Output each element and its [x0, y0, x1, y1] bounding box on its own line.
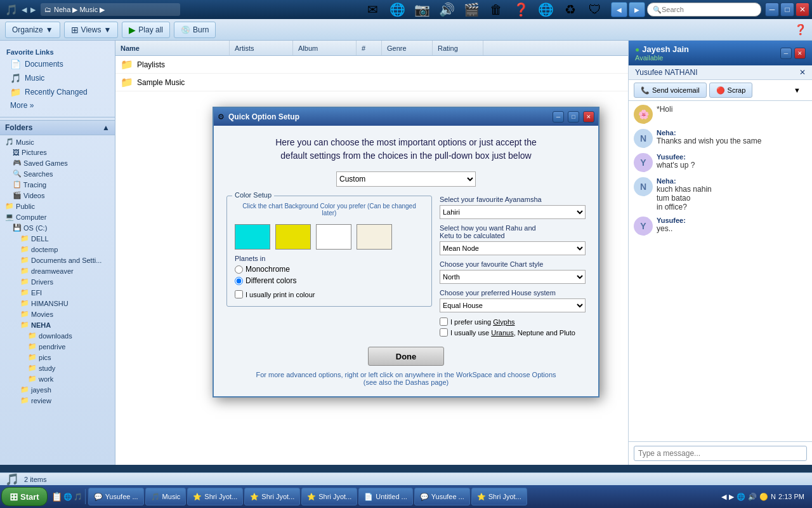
ayanamsha-select[interactable]: Lahiri Raman KP Fagan/Bradley: [440, 205, 586, 219]
systray-nav-right[interactable]: ▶: [729, 493, 734, 501]
house-system-select[interactable]: Equal House Placidus Koch Whole Sign: [440, 298, 586, 312]
taskbar-doc-icon: 📄: [364, 493, 373, 501]
dialog-main-row: Color Setup Click the chart Background C…: [226, 196, 586, 339]
dialog-left: Color Setup Click the chart Background C…: [226, 196, 432, 339]
rahu-ketu-select-row: Mean Node True Node: [440, 241, 586, 255]
shield-icon[interactable]: 🛡: [584, 0, 606, 21]
taskbar-chat-icon2: 💬: [420, 493, 429, 501]
systray-tray-2: N: [771, 493, 776, 500]
dialog-minimize-btn[interactable]: ─: [553, 111, 564, 123]
systray-nav-left[interactable]: ◀: [721, 493, 726, 501]
different-colors-radio[interactable]: [235, 277, 243, 285]
swatch-white[interactable]: [316, 224, 351, 250]
window-controls: ─ □ ✕: [765, 3, 809, 17]
house-system-select-row: Equal House Placidus Koch Whole Sign: [440, 298, 586, 312]
different-colors-radio-row[interactable]: Different colors: [235, 276, 424, 285]
systray-tray-1: 🟡: [759, 493, 768, 501]
titlebar: 🎵 ◀ ▶ 🗂 Neha ▶ Music ▶ ✉ 🌐 📷 🔊 🎬 🗑 ❓ 🌐 ♻…: [0, 0, 812, 19]
video-icon[interactable]: 🎬: [460, 0, 483, 21]
swatch-cream[interactable]: [357, 224, 392, 250]
dialog-icon: ⚙: [218, 112, 225, 121]
done-btn-row: Done: [226, 347, 586, 366]
taskbar-yusufee-2[interactable]: 💬 Yusufee ...: [414, 488, 470, 505]
audio-icon[interactable]: 🔊: [435, 0, 458, 21]
address-path: 🗂 Neha ▶ Music ▶: [41, 3, 180, 16]
taskbar-music[interactable]: 🎵 Music: [145, 488, 187, 505]
systray: ◀ ▶ 🌐 🔊 🟡 N 2:13 PM: [717, 493, 811, 501]
rahu-ketu-label: Select how you want Rahu andKetu to be c…: [440, 224, 586, 239]
taskbar-yusufee-1[interactable]: 💬 Yusufee ...: [88, 488, 144, 505]
start-button[interactable]: ⊞ Start: [1, 487, 48, 506]
taskbar-shri-jyot-2[interactable]: ⭐ Shri Jyot...: [244, 488, 300, 505]
clock: 2:13 PM: [778, 493, 807, 500]
preset-select[interactable]: Custom North Indian South Indian Western: [336, 171, 476, 187]
monochrome-radio-row[interactable]: Monochrome: [235, 265, 424, 274]
help-icon[interactable]: ❓: [509, 0, 532, 21]
swatch-yellow[interactable]: [275, 224, 311, 250]
taskbar-star-icon3: ⭐: [307, 493, 316, 501]
next-btn[interactable]: ▶: [629, 2, 645, 17]
camera-icon[interactable]: 📷: [410, 0, 433, 21]
start-icon: ⊞: [10, 491, 18, 503]
color-setup-title: Color Setup: [232, 191, 274, 199]
house-system-label: Choose your preferred House system: [440, 289, 586, 297]
taskbar-untitled[interactable]: 📄 Untitled ...: [358, 488, 413, 505]
uranus-checkbox-row[interactable]: I usually use Uranus, Neptune and Pluto: [440, 328, 586, 337]
chart-style-label: Choose your favourite Chart style: [440, 260, 586, 268]
dialog-close-btn[interactable]: ✕: [583, 111, 594, 123]
planets-group: Planets in Monochrome Different colors: [235, 255, 424, 285]
quick-option-dialog: ⚙ Quick Option Setup ─ □ ✕ Here you can …: [213, 107, 599, 398]
dialog-preset: Custom North Indian South Indian Western: [226, 171, 586, 187]
close-btn[interactable]: ✕: [796, 3, 809, 17]
planets-in-label: Planets in: [235, 255, 424, 262]
taskbar-media-icon[interactable]: 🎵: [74, 493, 82, 501]
print-colour-checkbox-row[interactable]: I usually print in colour: [235, 290, 424, 298]
done-button[interactable]: Done: [368, 347, 444, 366]
search-icon: 🔍: [653, 6, 662, 14]
minimize-btn[interactable]: ─: [765, 3, 779, 17]
dialog-intro: Here you can choose the most important o…: [226, 136, 586, 163]
prev-btn[interactable]: ◀: [611, 2, 627, 17]
dialog-titlebar: ⚙ Quick Option Setup ─ □ ✕: [214, 108, 598, 126]
mail-icon[interactable]: ✉: [361, 0, 384, 21]
systray-network-icon: 🌐: [737, 493, 745, 501]
dialog-body: Here you can choose the most important o…: [214, 126, 598, 396]
chart-style-select[interactable]: North South East: [440, 270, 586, 284]
search-input[interactable]: [662, 6, 756, 13]
dialog-footer: For more advanced options, right or left…: [226, 371, 586, 386]
taskbar-chat-icon: 💬: [94, 493, 103, 501]
dialog-maximize-btn[interactable]: □: [568, 111, 579, 123]
color-swatches: [235, 224, 424, 250]
taskbar-show-desktop[interactable]: 📋: [51, 491, 62, 502]
print-colour-checkbox[interactable]: [235, 290, 243, 298]
taskbar-quick-launch-icon[interactable]: 🌐: [63, 493, 72, 501]
dialog-overlay: ⚙ Quick Option Setup ─ □ ✕ Here you can …: [0, 19, 812, 485]
glyphs-checkbox[interactable]: [440, 318, 448, 326]
dialog-right: Select your favourite Ayanamsha Lahiri R…: [440, 196, 586, 339]
taskbar: ⊞ Start 📋 🌐 🎵 💬 Yusufee ... 🎵 Music ⭐ Sh…: [0, 485, 812, 508]
ayanamsha-select-row: Lahiri Raman KP Fagan/Bradley: [440, 205, 586, 219]
recycle-icon[interactable]: ♻: [559, 0, 582, 21]
ayanamsha-label: Select your favourite Ayanamsha: [440, 196, 586, 203]
web-icon[interactable]: 🌐: [386, 0, 409, 21]
color-note: Click the chart Background Color you pre…: [235, 203, 424, 217]
trash-icon[interactable]: 🗑: [485, 0, 508, 21]
systray-speaker-icon[interactable]: 🔊: [748, 493, 757, 501]
browser-icon[interactable]: 🌐: [534, 0, 557, 21]
search-box: 🔍: [647, 3, 761, 17]
maximize-btn[interactable]: □: [780, 3, 794, 17]
taskbar-star-icon2: ⭐: [250, 493, 259, 501]
taskbar-shri-jyot-3[interactable]: ⭐ Shri Jyot...: [301, 488, 357, 505]
monochrome-radio[interactable]: [235, 265, 243, 274]
taskbar-star-icon4: ⭐: [477, 493, 486, 501]
taskbar-star-icon: ⭐: [193, 493, 202, 501]
taskbar-separator: [85, 489, 86, 504]
taskbar-music-icon: 🎵: [151, 493, 160, 501]
uranus-checkbox[interactable]: [440, 328, 448, 337]
taskbar-shri-jyot-1[interactable]: ⭐ Shri Jyot...: [187, 488, 243, 505]
rahu-ketu-select[interactable]: Mean Node True Node: [440, 241, 586, 255]
dialog-title: Quick Option Setup: [228, 112, 549, 121]
taskbar-shri-jyot-4[interactable]: ⭐ Shri Jyot...: [471, 488, 527, 505]
glyphs-checkbox-row[interactable]: I prefer using Glyphs: [440, 318, 586, 326]
swatch-cyan[interactable]: [235, 224, 270, 250]
